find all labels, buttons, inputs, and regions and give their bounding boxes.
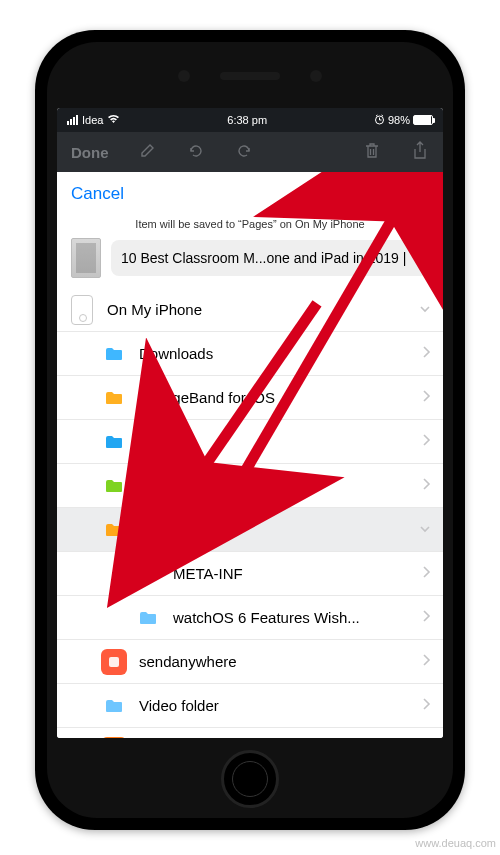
row-label: Keynote bbox=[139, 433, 421, 450]
wifi-icon bbox=[107, 114, 120, 126]
battery-icon bbox=[413, 115, 433, 125]
row-label: Numbers bbox=[139, 477, 421, 494]
document-row bbox=[57, 238, 443, 278]
battery-pct: 98% bbox=[388, 114, 410, 126]
alarm-icon bbox=[374, 114, 385, 127]
folder-row-garageband-for-ios[interactable]: GarageBand for iOS bbox=[57, 376, 443, 420]
folder-row-meta-inf[interactable]: META-INF bbox=[57, 552, 443, 596]
row-label: sendanywhere bbox=[139, 653, 421, 670]
status-bar: Idea 6:38 pm 98% bbox=[57, 108, 443, 132]
chevron-down-icon bbox=[419, 521, 431, 538]
new-folder-icon bbox=[351, 183, 377, 205]
row-label: watchOS 6 Features Wish... bbox=[173, 609, 421, 626]
folder-icon bbox=[101, 341, 127, 367]
folder-icon bbox=[101, 385, 127, 411]
back-label: Done bbox=[71, 144, 109, 161]
row-label: On My iPhone bbox=[107, 301, 419, 318]
document-thumbnail bbox=[71, 238, 101, 278]
chevron-right-icon bbox=[421, 389, 431, 406]
trash-icon bbox=[363, 141, 381, 164]
row-label: Video folder bbox=[139, 697, 421, 714]
row-label: META-INF bbox=[173, 565, 421, 582]
folder-row-watchos-6-features-wish-[interactable]: watchOS 6 Features Wish... bbox=[57, 596, 443, 640]
chevron-right-icon bbox=[421, 477, 431, 494]
folder-row-downloads[interactable]: Downloads bbox=[57, 332, 443, 376]
folder-row-numbers[interactable]: Numbers bbox=[57, 464, 443, 508]
folder-list[interactable]: On My iPhoneDownloadsGarageBand for iOSK… bbox=[57, 288, 443, 738]
chevron-right-icon bbox=[421, 433, 431, 450]
chevron-right-icon bbox=[421, 653, 431, 670]
phone-speaker bbox=[220, 72, 280, 80]
redo-icon bbox=[235, 142, 253, 163]
phone-frame: Idea 6:38 pm 98% Done bbox=[35, 30, 465, 830]
folder-row-on-my-iphone[interactable]: On My iPhone bbox=[57, 288, 443, 332]
folder-icon bbox=[101, 517, 127, 543]
folder-row-sendanywhere[interactable]: sendanywhere bbox=[57, 640, 443, 684]
chevron-right-icon bbox=[421, 345, 431, 362]
folder-icon bbox=[101, 473, 127, 499]
screen: Idea 6:38 pm 98% Done bbox=[57, 108, 443, 738]
folder-row-pages[interactable]: Pages bbox=[57, 508, 443, 552]
phone-camera bbox=[178, 70, 190, 82]
folder-row-video-folder[interactable]: Video folder bbox=[57, 684, 443, 728]
chevron-right-icon bbox=[421, 609, 431, 626]
folder-icon bbox=[101, 693, 127, 719]
clock: 6:38 pm bbox=[120, 114, 374, 126]
background-toolbar: Done bbox=[57, 132, 443, 172]
watermark: www.deuaq.com bbox=[415, 837, 496, 849]
folder-row-vlc[interactable]: VLC bbox=[57, 728, 443, 738]
share-icon bbox=[411, 141, 429, 164]
folder-row-keynote[interactable]: Keynote bbox=[57, 420, 443, 464]
row-label: Downloads bbox=[139, 345, 421, 362]
chevron-right-icon bbox=[421, 565, 431, 582]
folder-icon bbox=[135, 561, 161, 587]
carrier-label: Idea bbox=[82, 114, 103, 126]
signal-bars-icon bbox=[67, 115, 78, 125]
save-sheet: Cancel Save Item will be saved to “Pages… bbox=[57, 172, 443, 738]
chevron-down-icon bbox=[419, 301, 431, 318]
save-button[interactable]: Save bbox=[389, 184, 429, 204]
new-folder-button[interactable] bbox=[351, 183, 377, 205]
device-icon bbox=[69, 297, 95, 323]
compose-icon bbox=[139, 142, 157, 163]
cancel-button[interactable]: Cancel bbox=[71, 184, 124, 204]
folder-icon bbox=[101, 429, 127, 455]
phone-sensor bbox=[310, 70, 322, 82]
row-label: Pages bbox=[139, 521, 419, 538]
folder-icon bbox=[135, 605, 161, 631]
row-label: GarageBand for iOS bbox=[139, 389, 421, 406]
app-icon bbox=[101, 649, 127, 675]
undo-icon bbox=[187, 142, 205, 163]
save-location-caption: Item will be saved to “Pages” on On My i… bbox=[57, 216, 443, 238]
home-button[interactable] bbox=[221, 750, 279, 808]
filename-input[interactable] bbox=[111, 240, 429, 276]
app-icon bbox=[101, 737, 127, 739]
chevron-right-icon bbox=[421, 697, 431, 714]
